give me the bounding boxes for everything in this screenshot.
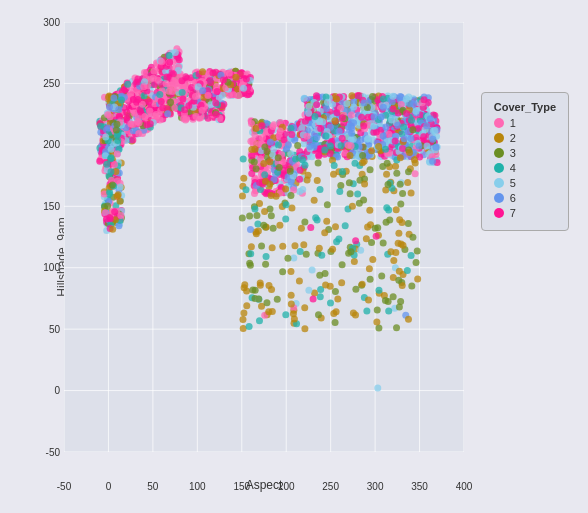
legend-item: 7 (494, 207, 556, 219)
x-axis-label: Aspect (64, 478, 464, 492)
y-tick-label: 100 (43, 262, 60, 273)
y-tick-label: 250 (43, 77, 60, 88)
y-tick-label: 50 (49, 323, 60, 334)
chart-wrapper: Hillshade_9am -50050100150200250300 -500… (14, 12, 574, 502)
scatter-plot (64, 22, 464, 452)
legend-item: 6 (494, 192, 556, 204)
y-tick-label: 150 (43, 200, 60, 211)
legend-title: Cover_Type (494, 101, 556, 113)
x-axis-container: -50050100150200250300350400 (64, 454, 464, 474)
chart-area (64, 22, 464, 452)
y-tick-label: -50 (46, 446, 60, 457)
legend: Cover_Type 1234567 (481, 92, 569, 231)
y-axis-container: -50050100150200250300 (14, 22, 64, 452)
legend-item: 5 (494, 177, 556, 189)
legend-item: 2 (494, 132, 556, 144)
y-tick-label: 0 (54, 385, 60, 396)
y-tick-label: 300 (43, 16, 60, 27)
legend-item: 3 (494, 147, 556, 159)
y-tick-label: 200 (43, 139, 60, 150)
chart-container: Hillshade_9am -50050100150200250300 -500… (0, 0, 588, 513)
legend-item: 4 (494, 162, 556, 174)
legend-item: 1 (494, 117, 556, 129)
